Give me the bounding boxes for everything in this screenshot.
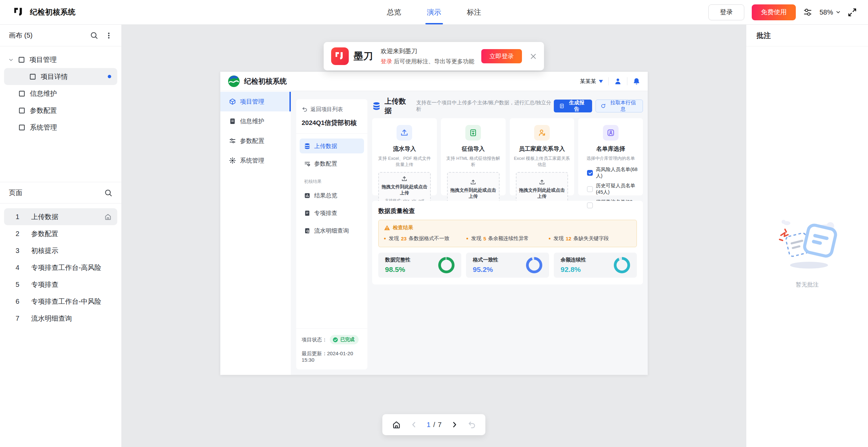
canvas-item-project-detail[interactable]: 项目详情 [4, 68, 117, 85]
banner-title: 欢迎来到墨刀 [381, 47, 475, 55]
nav-project-management[interactable]: 项目管理 [220, 92, 291, 111]
tree-expander-icon[interactable] [8, 57, 14, 63]
tab-present[interactable]: 演示 [427, 0, 441, 24]
page-title: 上传数据 [385, 97, 412, 115]
presentation-canvas: 墨刀 欢迎来到墨刀 登录 后可使用标注、导出等更多功能 立即登录 纪检初核系统 … [121, 25, 746, 447]
option-label: 历史可疑人员名单(45人) [596, 183, 638, 195]
tree-item-label: 系统管理 [30, 123, 57, 132]
prev-page-icon[interactable] [410, 421, 418, 428]
page-label: 流水明细查询 [31, 314, 72, 323]
canvas-item-system-management[interactable]: 系统管理 [4, 119, 117, 136]
sidebar-item-results-overview[interactable]: 结果总览 [300, 188, 364, 203]
completeness-donut [438, 257, 455, 273]
card-title: 名单库选择 [582, 145, 639, 153]
page-item-3[interactable]: 3 初核提示 [4, 242, 117, 259]
empty-annotations-text: 暂无批注 [746, 281, 868, 289]
zoom-control[interactable]: 58% [820, 8, 841, 16]
check-circle-icon [332, 337, 338, 343]
restart-icon[interactable] [467, 421, 476, 429]
mockingbot-brand: 墨刀 [354, 50, 373, 63]
page-number: 4 [16, 264, 23, 272]
banner-subtitle: 登录 后可使用标注、导出等更多功能 [381, 58, 475, 65]
last-updated: 最后更新：2024-01-20 15:30 [302, 350, 362, 363]
user-menu[interactable]: 某某某 [580, 78, 603, 85]
close-icon[interactable] [530, 53, 537, 60]
tab-annotate[interactable]: 标注 [467, 0, 481, 24]
preview-app-title: 纪检初核系统 [244, 77, 287, 86]
check-results-box: 检查结果 发现 23 条数据格式不一致 [378, 220, 637, 247]
page-item-1[interactable]: 1 上传数据 [4, 208, 117, 225]
page-item-5[interactable]: 5 专项排查 [4, 276, 117, 293]
home-page-icon [104, 213, 112, 221]
back-to-projects-link[interactable]: 返回项目列表 [302, 106, 362, 113]
upload-icon [397, 125, 412, 141]
page-item-2[interactable]: 2 参数配置 [4, 225, 117, 242]
nav-info-maintenance[interactable]: 信息维护 [220, 111, 291, 131]
view-tabs: 总览 演示 标注 [387, 0, 481, 24]
sidebar-item-label: 参数配置 [314, 160, 337, 168]
sidebar-item-upload-data[interactable]: 上传数据 [300, 139, 364, 153]
notifications-bell-icon[interactable] [633, 78, 640, 85]
preview-primary-nav: 项目管理 信息维护 参数配置 系统管理 [220, 91, 291, 375]
frame-icon [18, 107, 25, 114]
nav-label: 参数配置 [240, 137, 264, 145]
warning-icon [384, 225, 390, 231]
checkbox[interactable] [587, 186, 593, 192]
page-item-6[interactable]: 6 专项排查工作台-中风险 [4, 293, 117, 310]
continuity-donut [614, 257, 630, 273]
nav-parameter-config[interactable]: 参数配置 [220, 131, 291, 151]
login-now-button[interactable]: 立即登录 [481, 49, 522, 63]
login-button[interactable]: 登录 [708, 4, 744, 20]
canvas-item-info-maintenance[interactable]: 信息维护 [4, 85, 117, 102]
sidebar-item-parameter-config[interactable]: 参数配置 [300, 156, 364, 171]
banner-login-link[interactable]: 登录 [381, 58, 392, 65]
page-item-7[interactable]: 7 流水明细查询 [4, 310, 117, 327]
settings-sliders-icon[interactable] [803, 8, 812, 17]
sidebar-item-label: 专项排查 [314, 209, 337, 217]
project-sidebar: 返回项目列表 2024Q1信贷部初核 上传数据 参数配置 初核 [296, 99, 367, 369]
upload-icon [518, 179, 566, 185]
id-card-icon [603, 125, 619, 141]
page-number: 1 [16, 213, 23, 221]
tab-overview[interactable]: 总览 [387, 0, 401, 24]
page-item-4[interactable]: 4 专项排查工作台-高风险 [4, 259, 117, 276]
page-number: 6 [16, 298, 23, 305]
profile-icon[interactable] [614, 78, 622, 85]
design-preview: 纪检初核系统 某某某 项目管理 [220, 72, 648, 375]
check-results-title: 检查结果 [393, 225, 413, 231]
generate-report-button[interactable]: 生成报告 [554, 100, 592, 112]
sidebar-item-transaction-query[interactable]: 流水明细查询 [300, 223, 364, 238]
option-historical-suspicious-list[interactable]: 历史可疑人员名单(45人) [587, 183, 638, 195]
preview-header: 纪检初核系统 某某某 [220, 72, 648, 91]
canvas-more-icon[interactable] [105, 32, 113, 39]
option-high-risk-list[interactable]: 高风险人员名单(68人) [587, 166, 638, 179]
upload-data-page: 上传数据 支持在一个项目中上传多个主体/账户数据，进行汇总/独立分析 生成报告 … [372, 99, 643, 369]
checkbox[interactable] [587, 170, 593, 176]
welcome-banner: 墨刀 欢迎来到墨刀 登录 后可使用标注、导出等更多功能 立即登录 [324, 42, 544, 70]
nav-system-management[interactable]: 系统管理 [220, 151, 291, 170]
sync-pull-icon [601, 103, 606, 109]
fullscreen-icon[interactable] [848, 8, 856, 17]
checkbox[interactable] [587, 203, 593, 208]
tree-item-label: 项目管理 [29, 55, 57, 64]
canvas-item-project-management[interactable]: 项目管理 [4, 51, 117, 68]
tree-item-label: 参数配置 [30, 106, 57, 115]
home-icon[interactable] [392, 420, 401, 429]
sidebar-item-label: 上传数据 [314, 142, 337, 150]
sidebar-section-label: 初核结果 [304, 178, 364, 185]
empty-notes-illustration [773, 217, 841, 271]
frame-icon [18, 90, 25, 97]
canvas-search-icon[interactable] [90, 31, 98, 40]
nav-label: 项目管理 [240, 98, 264, 106]
current-canvas-dot [108, 75, 111, 78]
next-page-icon[interactable] [451, 421, 458, 428]
card-title: 流水导入 [376, 145, 433, 153]
sidebar-item-special-check[interactable]: 专项排查 [300, 206, 364, 220]
pages-search-icon[interactable] [104, 189, 113, 197]
option-label: 高风险人员名单(68人) [596, 166, 638, 179]
canvas-tree: 项目管理 项目详情 信息维护 参数配置 系统管理 [0, 46, 121, 138]
canvas-item-parameter-config[interactable]: 参数配置 [4, 102, 117, 119]
pull-bank-info-button[interactable]: 拉取本行信息 [596, 100, 643, 112]
free-use-button[interactable]: 免费使用 [752, 4, 796, 20]
back-label: 返回项目列表 [310, 106, 343, 113]
